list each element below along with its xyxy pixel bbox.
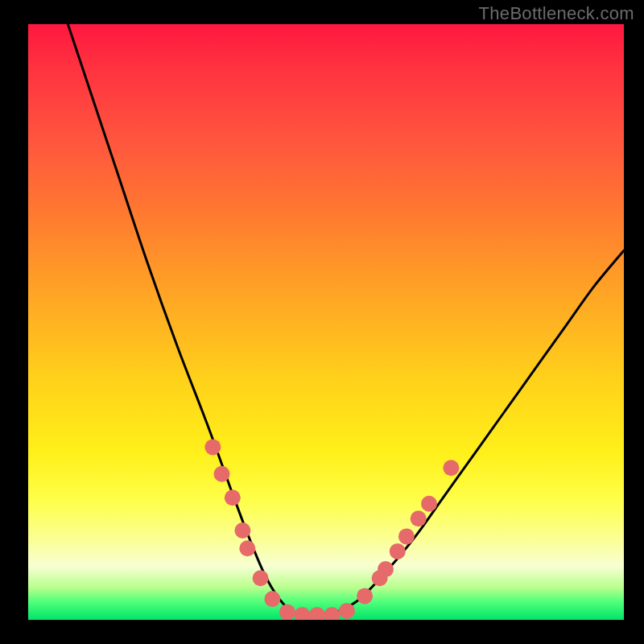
sample-point xyxy=(239,540,255,556)
bottleneck-curve xyxy=(64,24,624,617)
sample-point xyxy=(443,460,459,476)
sample-point xyxy=(339,603,355,619)
sample-point xyxy=(421,496,437,512)
sample-point xyxy=(279,604,295,620)
chart-frame: TheBottleneck.com xyxy=(0,0,644,644)
sample-point xyxy=(264,591,280,607)
watermark-text: TheBottleneck.com xyxy=(479,3,634,24)
sample-point xyxy=(204,439,221,455)
sample-point xyxy=(214,466,230,482)
chart-svg xyxy=(28,24,624,620)
sample-point xyxy=(411,510,427,526)
sample-point xyxy=(378,561,394,577)
sample-point xyxy=(398,528,415,544)
sample-point xyxy=(390,543,406,559)
sample-point xyxy=(225,489,241,506)
sample-point xyxy=(294,607,310,620)
sample-point xyxy=(357,588,373,604)
sample-point xyxy=(309,607,325,620)
sample-point xyxy=(253,570,269,586)
sample-point xyxy=(234,522,250,539)
sample-point xyxy=(324,607,340,620)
plot-area xyxy=(28,24,624,620)
curve-line xyxy=(64,24,624,617)
